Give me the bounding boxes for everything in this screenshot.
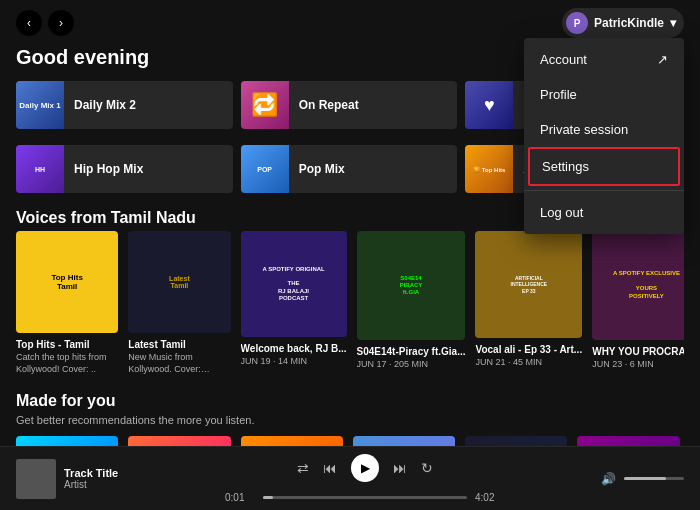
volume-track[interactable]: [624, 477, 684, 480]
card-rj-balaji[interactable]: A SPOTIFY ORIGINALTHERJ BALAJIPODCAST We…: [241, 231, 347, 376]
play-button[interactable]: ▶: [351, 454, 379, 482]
playlist-thumb-hiphop: HH: [16, 145, 64, 193]
playlist-name-pop: Pop Mix: [289, 162, 355, 176]
volume-fill: [624, 477, 666, 480]
private-session-label: Private session: [540, 122, 628, 137]
volume-icon: 🔊: [601, 472, 616, 486]
heart-icon: ♥: [484, 95, 495, 116]
card-desc-top-hits-tamil: Catch the top hits from Kollywood! Cover…: [16, 352, 118, 375]
external-link-icon: ↗: [657, 52, 668, 67]
repeat-icon: 🔁: [251, 92, 278, 118]
repeat-button[interactable]: ↻: [421, 460, 433, 476]
dropdown-menu: Account ↗ Profile Private session Settin…: [524, 38, 684, 234]
player-now-playing: Track Title Artist: [16, 459, 166, 499]
card-title-procras: WHY YOU PROCRAS...: [592, 346, 684, 357]
card-title-vocal-ali: Vocal ali - Ep 33 - Art...: [475, 344, 582, 355]
playlist-thumb-daily1: Daily Mix 1: [16, 81, 64, 129]
dropdown-private-session[interactable]: Private session: [524, 112, 684, 147]
playlist-card-pop[interactable]: POP Pop Mix: [241, 145, 458, 193]
playlist-name-repeat: On Repeat: [289, 98, 369, 112]
card-desc-procras: JUN 23 · 6 MIN: [592, 359, 684, 371]
card-title-top-hits-tamil: Top Hits - Tamil: [16, 339, 118, 350]
playlist-name-daily1: Daily Mix 2: [64, 98, 146, 112]
card-title-rj-balaji: Welcome back, RJ B...: [241, 343, 347, 354]
card-procras[interactable]: A SPOTIFY EXCLUSIVEYOURSPOSITIVELY WHY Y…: [592, 231, 684, 376]
player-buttons: ⇄ ⏮ ▶ ⏭ ↻: [297, 454, 433, 482]
dropdown-settings[interactable]: Settings: [528, 147, 680, 186]
playlist-card-hiphop[interactable]: HH Hip Hop Mix: [16, 145, 233, 193]
card-thumb-piracy: S04E14PIRACYft.GIA: [357, 231, 466, 340]
card-top-hits-tamil[interactable]: Top HitsTamil Top Hits - Tamil Catch the…: [16, 231, 118, 376]
logout-label: Log out: [540, 205, 583, 220]
dropdown-logout[interactable]: Log out: [524, 195, 684, 230]
time-total: 4:02: [475, 492, 505, 503]
card-thumb-vocal-ali: ARTIFICIALINTELLIGENCEEP 33: [475, 231, 582, 338]
card-desc-vocal-ali: JUN 21 · 45 MIN: [475, 357, 582, 369]
shuffle-button[interactable]: ⇄: [297, 460, 309, 476]
profile-label: Profile: [540, 87, 577, 102]
card-thumb-top-hits-tamil: Top HitsTamil: [16, 231, 118, 333]
account-label: Account: [540, 52, 587, 67]
card-desc-piracy: JUN 17 · 205 MIN: [357, 359, 466, 371]
player-bar: Track Title Artist ⇄ ⏮ ▶ ⏭ ↻ 0:01 4:02 🔊: [0, 446, 700, 510]
card-title-latest-tamil: Latest Tamil: [128, 339, 230, 350]
now-playing-artist: Artist: [64, 479, 118, 490]
settings-label: Settings: [542, 159, 589, 174]
user-name: PatricKindle: [594, 16, 664, 30]
card-thumb-procras: A SPOTIFY EXCLUSIVEYOURSPOSITIVELY: [592, 231, 684, 340]
playlist-thumb-aperitivo: 🏆 Top Hits: [465, 145, 513, 193]
forward-button[interactable]: ›: [48, 10, 74, 36]
playlist-name-hiphop: Hip Hop Mix: [64, 162, 153, 176]
card-piracy[interactable]: S04E14PIRACYft.GIA S04E14t-Piracy ft.Gia…: [357, 231, 466, 376]
card-desc-rj-balaji: JUN 19 · 14 MIN: [241, 356, 347, 368]
back-button[interactable]: ‹: [16, 10, 42, 36]
now-playing-info: Track Title Artist: [64, 467, 118, 490]
now-playing-title: Track Title: [64, 467, 118, 479]
card-thumb-rj-balaji: A SPOTIFY ORIGINALTHERJ BALAJIPODCAST: [241, 231, 347, 337]
playlist-thumb-pop: POP: [241, 145, 289, 193]
card-latest-tamil[interactable]: LatestTamil Latest Tamil New Music from …: [128, 231, 230, 376]
progress-track[interactable]: [263, 496, 467, 499]
playlist-card-daily1[interactable]: Daily Mix 1 Daily Mix 2: [16, 81, 233, 129]
card-thumb-latest-tamil: LatestTamil: [128, 231, 230, 333]
user-menu-button[interactable]: P PatricKindle ▾: [562, 8, 684, 38]
nav-arrows: ‹ ›: [16, 10, 74, 36]
card-desc-latest-tamil: New Music from Kollywood. Cover: Vallmai: [128, 352, 230, 375]
progress-fill: [263, 496, 273, 499]
player-controls: ⇄ ⏮ ▶ ⏭ ↻ 0:01 4:02: [176, 454, 554, 503]
voices-grid: Top HitsTamil Top Hits - Tamil Catch the…: [16, 231, 684, 376]
playlist-thumb-liked: ♥: [465, 81, 513, 129]
playlist-card-repeat[interactable]: 🔁 On Repeat: [241, 81, 458, 129]
previous-button[interactable]: ⏮: [323, 460, 337, 476]
dropdown-account[interactable]: Account ↗: [524, 42, 684, 77]
progress-bar-container: 0:01 4:02: [225, 492, 505, 503]
now-playing-thumbnail: [16, 459, 56, 499]
dropdown-divider: [524, 190, 684, 191]
player-volume: 🔊: [564, 472, 684, 486]
time-current: 0:01: [225, 492, 255, 503]
user-avatar: P: [566, 12, 588, 34]
card-vocal-ali[interactable]: ARTIFICIALINTELLIGENCEEP 33 Vocal ali - …: [475, 231, 582, 376]
mfy-section-title: Made for you: [16, 392, 684, 410]
chevron-down-icon: ▾: [670, 16, 676, 30]
playlist-thumb-repeat: 🔁: [241, 81, 289, 129]
mfy-section-subtitle: Get better recommendations the more you …: [16, 414, 684, 426]
dropdown-profile[interactable]: Profile: [524, 77, 684, 112]
card-title-piracy: S04E14t-Piracy ft.Gia...: [357, 346, 466, 357]
next-button[interactable]: ⏭: [393, 460, 407, 476]
